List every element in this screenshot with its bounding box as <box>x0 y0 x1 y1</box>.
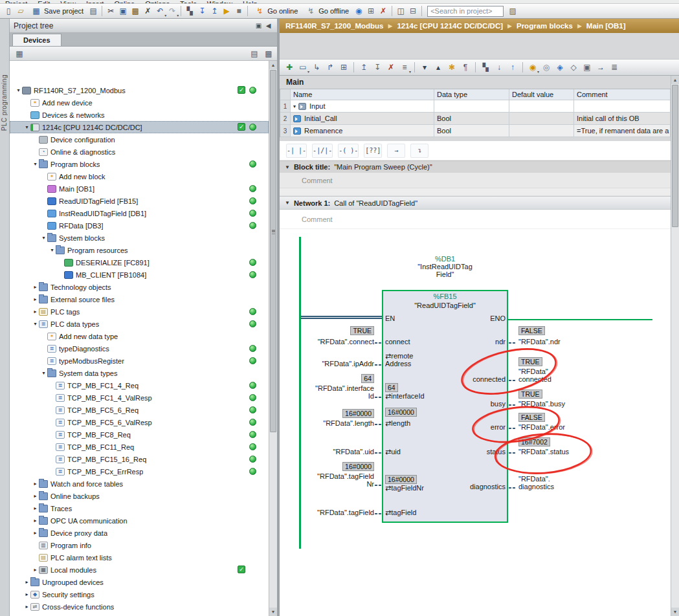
default-value-cell[interactable] <box>509 100 574 113</box>
library-icon[interactable]: ▨ <box>507 5 518 17</box>
insert-row-after-icon[interactable]: ↧ <box>372 61 383 73</box>
tree-item-devices-networks[interactable]: Devices & networks <box>10 109 269 121</box>
paste-icon[interactable]: ▩ <box>129 5 141 17</box>
table-row[interactable]: 3RemanenceBool=True, if remanent data ar… <box>280 125 671 137</box>
tree-item-main-ob1[interactable]: Main [OB1] <box>10 182 269 195</box>
tree-item-tcp-mb-fc1-4-valresp[interactable]: ≣TCP_MB_FC1_4_ValResp <box>10 391 269 404</box>
scroll-up-icon[interactable]: ▲ <box>269 61 277 69</box>
online-icon[interactable]: ↯ <box>254 5 265 17</box>
contact-open-icon[interactable]: -| |- <box>286 144 307 158</box>
copy-icon[interactable]: ▣ <box>117 5 129 17</box>
insert-block-icon[interactable]: ▭▾ <box>297 61 309 73</box>
network-comment[interactable]: Comment <box>280 210 679 229</box>
editor-scroll-up-icon[interactable]: ▲ <box>671 76 679 84</box>
tree-item-instreaduidtagfield-db1[interactable]: InstReadUIDTagField [DB1] <box>10 207 269 219</box>
expanded-caret-icon[interactable]: ▾ <box>32 321 39 327</box>
snapshot-icon[interactable]: ◇ <box>568 61 579 73</box>
breadcrumb-segment[interactable]: Program blocks <box>517 22 573 30</box>
offline-icon[interactable]: ↯ <box>305 5 317 17</box>
tree-item-program-info[interactable]: ▥Program info <box>10 539 269 551</box>
download-to-device-icon[interactable]: ↧ <box>196 5 208 17</box>
breadcrumb-segment[interactable]: 1214c [CPU 1214C DC/DC/DC] <box>397 22 503 30</box>
split-horizontal-icon[interactable]: ◫ <box>395 5 406 17</box>
collapse-block-caret-icon[interactable]: ▼ <box>285 164 290 170</box>
collapse-network-caret-icon[interactable]: ▼ <box>285 200 290 206</box>
data-type-cell[interactable]: Bool <box>434 113 509 125</box>
tree-item-add-new-block[interactable]: ✶Add new block <box>10 170 269 182</box>
comment-cell[interactable]: =True, if remanent data are a <box>574 125 671 137</box>
print-icon[interactable]: ▤ <box>87 5 99 17</box>
tree-item-device-proxy-data[interactable]: ▸Device proxy data <box>10 527 269 539</box>
tree-item-local-modules[interactable]: ▸▦Local modules✓ <box>10 564 269 576</box>
details-view-icon[interactable]: ▤ <box>249 48 260 60</box>
dropdown-caret-icon[interactable]: ▾ <box>409 69 411 74</box>
tree-item-deserialize-fc891[interactable]: DESERIALIZE [FC891] <box>10 256 269 269</box>
tree-item-mb-client-fb1084[interactable]: MB_CLIENT [FB1084] <box>10 269 269 281</box>
dropdown-caret-icon[interactable]: ▾ <box>537 69 539 74</box>
undo-icon[interactable]: ↶▾ <box>154 5 166 17</box>
dropdown-caret-icon[interactable]: ▾ <box>177 13 179 17</box>
collapsed-caret-icon[interactable]: ▸ <box>32 481 39 487</box>
save-icon[interactable]: ▦ <box>30 5 42 17</box>
filter-icon[interactable]: ▦ <box>14 48 25 60</box>
open-project-icon[interactable]: ▱ <box>15 5 27 17</box>
delete-icon[interactable]: ✗ <box>142 5 153 17</box>
go-online-button[interactable]: ↯Go online <box>250 5 301 17</box>
table-row[interactable]: 1▾Input <box>280 100 671 113</box>
tree-item-opc-ua-communication[interactable]: ▸OPC UA communication <box>10 514 269 527</box>
breadcrumb-segment[interactable]: RF1140R_S7_1200_Modbus <box>285 22 384 30</box>
open-branch-icon[interactable]: ↳ <box>311 61 322 73</box>
show-comments-icon[interactable]: ¶ <box>460 61 471 73</box>
devices-tab[interactable]: Devices <box>12 34 61 46</box>
plc-programming-tab[interactable]: PLC programming <box>1 74 8 131</box>
tree-item-cross-device-functions[interactable]: ▸⇄Cross-device functions <box>10 600 269 613</box>
contact-closed-icon[interactable]: -|/|- <box>312 144 333 158</box>
default-value-cell[interactable] <box>509 113 574 125</box>
tree-item-ungrouped-devices[interactable]: ▸Ungrouped devices <box>10 576 269 588</box>
close-branch-icon[interactable]: ↴ <box>410 144 429 158</box>
upload-icon[interactable]: ↑ <box>507 61 518 73</box>
upload-from-device-icon[interactable]: ↥ <box>208 5 220 17</box>
tree-item-external-source-files[interactable]: ▸External source files <box>10 293 269 305</box>
tree-item-technology-objects[interactable]: ▸Technology objects <box>10 281 269 293</box>
tree-item-traces[interactable]: ▸Traces <box>10 502 269 514</box>
collapsed-caret-icon[interactable]: ▸ <box>23 604 30 610</box>
tree-item-plc-alarm-text-lists[interactable]: ▤PLC alarm text lists <box>10 551 269 564</box>
scroll-down-icon[interactable]: ▼ <box>269 608 277 616</box>
close-branch-icon[interactable]: ↱ <box>324 61 336 73</box>
project-search-input[interactable] <box>427 6 504 17</box>
expanded-caret-icon[interactable]: ▾ <box>40 370 47 376</box>
modify-icon[interactable]: ◈ <box>554 61 566 73</box>
column-header-default-value[interactable]: Default value <box>509 89 574 100</box>
editor-scrollbar-thumb[interactable] <box>672 85 678 227</box>
insert-network-icon[interactable]: ✚ <box>284 61 295 73</box>
insert-empty-box-icon[interactable]: ⊞ <box>338 61 350 73</box>
comment-cell[interactable] <box>574 100 671 113</box>
tree-item-readuidtagfield-fb15[interactable]: ReadUIDTagField [FB15] <box>10 195 269 207</box>
collapsed-caret-icon[interactable]: ▸ <box>32 493 39 499</box>
tree-item-tcp-mb-fc1-4-req[interactable]: ≣TCP_MB_FC1_4_Req <box>10 379 269 391</box>
expanded-caret-icon[interactable]: ▾ <box>23 124 30 130</box>
stop-cpu-icon[interactable]: ■ <box>233 5 245 17</box>
tree-item-tcp-mb-fc15-16-req[interactable]: ≣TCP_MB_FC15_16_Req <box>10 453 269 465</box>
collapsed-caret-icon[interactable]: ▸ <box>23 591 30 597</box>
remove-icon[interactable]: ✗ <box>377 5 389 17</box>
tree-item-online-diagnostics[interactable]: ◔Online & diagnostics <box>10 146 269 158</box>
monitoring-on-icon[interactable]: ◉▾ <box>527 61 539 73</box>
tree-scrollbar[interactable]: ▲ ▼ <box>269 61 277 616</box>
delete-row-icon[interactable]: ✗ <box>385 61 397 73</box>
tree-item-plc-tags[interactable]: ▸▤PLC tags <box>10 305 269 318</box>
expanded-caret-icon[interactable]: ▾ <box>40 235 47 241</box>
block-title-band[interactable]: ▼ Block title: "Main Program Sweep (Cycl… <box>280 160 679 173</box>
coil-icon[interactable]: -( )- <box>338 144 359 158</box>
download-icon[interactable]: ↓ <box>493 61 505 73</box>
tree-item-tcp-mb-fc8-req[interactable]: ≣TCP_MB_FC8_Req <box>10 428 269 441</box>
cut-icon[interactable]: ✂ <box>105 5 117 17</box>
start-cpu-icon[interactable]: ▶ <box>221 5 232 17</box>
block-comment[interactable]: Comment <box>280 173 679 188</box>
tree-item-add-new-device[interactable]: ✶Add new device <box>10 96 269 109</box>
default-value-cell[interactable] <box>509 125 574 137</box>
new-project-icon[interactable]: ▯ <box>3 5 14 17</box>
name-cell[interactable]: ▾Input <box>291 100 434 113</box>
show-absolute-operands-icon[interactable]: ≡▾ <box>399 61 410 73</box>
